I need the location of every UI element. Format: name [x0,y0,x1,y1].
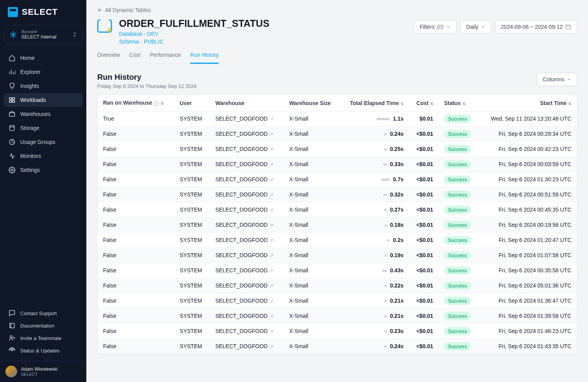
sidebar-item-insights[interactable]: Insights [4,79,82,93]
cell-warehouse[interactable]: SELECT_DOGFOOD↗ [210,157,284,172]
footer-item-status-updates[interactable]: Status & Updates [4,344,82,357]
tab-run-history[interactable]: Run History [190,52,219,64]
cell-warehouse[interactable]: SELECT_DOGFOOD↗ [210,202,284,217]
external-link-icon[interactable]: ↗ [270,314,273,319]
cell-ran: False [98,157,174,172]
tab-cost[interactable]: Cost [129,52,140,64]
granularity-button[interactable]: Daily [460,20,491,33]
external-link-icon[interactable]: ↗ [270,192,273,198]
cell-user: SYSTEM [174,339,210,354]
date-range-button[interactable]: 2024-09-06 ~ 2024-09-12 [495,20,577,33]
footer-item-contact-support[interactable]: Contact Support [4,307,82,319]
cell-warehouse[interactable]: SELECT_DOGFOOD↗ [210,172,284,187]
col-warehouse[interactable]: Warehouse [210,95,284,111]
table-row[interactable]: False SYSTEM SELECT_DOGFOOD↗ X-Small 0.2… [98,202,577,217]
footer-item-invite-a-teammate[interactable]: Invite a Teammate [4,332,82,344]
external-link-icon[interactable]: ↗ [270,298,273,304]
status-badge: Success [444,327,471,335]
external-link-icon[interactable]: ↗ [270,177,273,182]
table-row[interactable]: False SYSTEM SELECT_DOGFOOD↗ X-Small 0.2… [98,308,577,324]
cell-start: Fri, Sep 6 2024 01:30:23 UTC [479,172,577,187]
col-ran[interactable]: Ran on Warehousei⇅ [98,95,174,111]
col-user[interactable]: User [174,95,210,111]
table-row[interactable]: False SYSTEM SELECT_DOGFOOD↗ X-Small 0.1… [98,248,577,263]
table-row[interactable]: False SYSTEM SELECT_DOGFOOD↗ X-Small 0.2… [98,233,577,248]
cell-warehouse[interactable]: SELECT_DOGFOOD↗ [210,142,284,157]
tab-overview[interactable]: Overview [97,52,120,64]
cell-user: SYSTEM [174,233,210,248]
cell-warehouse[interactable]: SELECT_DOGFOOD↗ [210,217,284,233]
external-link-icon[interactable]: ↗ [270,207,273,213]
account-switcher[interactable]: Account SELECT Internal [4,25,82,44]
database-link[interactable]: Database - DEV [119,31,407,37]
table-row[interactable]: False SYSTEM SELECT_DOGFOOD↗ X-Small 0.2… [98,339,577,354]
table-row[interactable]: False SYSTEM SELECT_DOGFOOD↗ X-Small 0.7… [98,172,577,187]
sidebar-item-monitors[interactable]: Monitors [4,149,82,163]
svg-point-9 [12,350,12,351]
cell-warehouse[interactable]: SELECT_DOGFOOD↗ [210,278,284,293]
sidebar-item-explorer[interactable]: Explorer [4,65,82,79]
external-link-icon[interactable]: ↗ [270,253,273,258]
external-link-icon[interactable]: ↗ [270,283,273,289]
table-row[interactable]: False SYSTEM SELECT_DOGFOOD↗ X-Small 0.4… [98,263,577,278]
cell-warehouse[interactable]: SELECT_DOGFOOD↗ [210,187,284,202]
logo[interactable]: SELECT [0,0,86,23]
cell-start: Fri, Sep 6 2024 00:42:23 UTC [479,142,577,157]
cell-warehouse[interactable]: SELECT_DOGFOOD↗ [210,263,284,278]
table-row[interactable]: False SYSTEM SELECT_DOGFOOD↗ X-Small 0.3… [98,157,577,172]
external-link-icon[interactable]: ↗ [270,268,273,273]
external-link-icon[interactable]: ↗ [270,329,273,334]
cell-ran: False [98,339,174,354]
calendar-icon [565,24,571,30]
table-row[interactable]: True SYSTEM SELECT_DOGFOOD↗ X-Small 1.1s… [98,111,577,126]
breadcrumb[interactable]: All Dynamic Tables [97,7,577,13]
external-link-icon[interactable]: ↗ [270,344,273,349]
section-subtitle: Friday Sep 6 2024 to Thursday Sep 12 202… [97,83,197,89]
sidebar-item-usage-groups[interactable]: Usage Groups [4,135,82,149]
footer-item-documentation[interactable]: Documentation [4,319,82,332]
cell-warehouse[interactable]: SELECT_DOGFOOD↗ [210,233,284,248]
sidebar-item-settings[interactable]: Settings [4,163,82,177]
status-badge: Success [444,312,471,320]
sidebar-item-warehouses[interactable]: Warehouses [4,107,82,121]
table-row[interactable]: False SYSTEM SELECT_DOGFOOD↗ X-Small 0.2… [98,324,577,339]
cell-warehouse[interactable]: SELECT_DOGFOOD↗ [210,339,284,354]
external-link-icon[interactable]: ↗ [270,162,273,167]
table-row[interactable]: False SYSTEM SELECT_DOGFOOD↗ X-Small 0.2… [98,142,577,157]
sidebar-item-workloads[interactable]: Workloads [4,93,82,107]
table-row[interactable]: False SYSTEM SELECT_DOGFOOD↗ X-Small 0.1… [98,217,577,233]
external-link-icon[interactable]: ↗ [270,131,273,137]
columns-button[interactable]: Columns [537,73,577,86]
cell-size: X-Small [284,157,340,172]
docs-icon [9,322,16,329]
col-status[interactable]: Status⇅ [439,95,479,111]
cell-ran: False [98,293,174,308]
filters-button[interactable]: Filters (0) [414,20,456,33]
cell-cost: <$0.01 [409,324,439,339]
cell-warehouse[interactable]: SELECT_DOGFOOD↗ [210,308,284,324]
schema-link[interactable]: Schema - PUBLIC [119,39,407,45]
table-row[interactable]: False SYSTEM SELECT_DOGFOOD↗ X-Small 0.2… [98,126,577,142]
tab-performance[interactable]: Performance [150,52,181,64]
cell-warehouse[interactable]: SELECT_DOGFOOD↗ [210,111,284,126]
cell-warehouse[interactable]: SELECT_DOGFOOD↗ [210,126,284,142]
cell-warehouse[interactable]: SELECT_DOGFOOD↗ [210,324,284,339]
external-link-icon[interactable]: ↗ [270,223,273,228]
user-menu[interactable]: Adam Wisniewski SELECT [0,361,86,382]
col-cost[interactable]: Cost⇅ [409,95,439,111]
cell-warehouse[interactable]: SELECT_DOGFOOD↗ [210,248,284,263]
col-size[interactable]: Warehouse Size [284,95,340,111]
cell-size: X-Small [284,278,340,293]
sidebar-item-storage[interactable]: Storage [4,121,82,135]
col-start[interactable]: Start Time⇅ [479,95,577,111]
table-row[interactable]: False SYSTEM SELECT_DOGFOOD↗ X-Small 0.2… [98,278,577,293]
table-row[interactable]: False SYSTEM SELECT_DOGFOOD↗ X-Small 0.2… [98,293,577,308]
table-row[interactable]: False SYSTEM SELECT_DOGFOOD↗ X-Small 0.3… [98,187,577,202]
cell-user: SYSTEM [174,324,210,339]
external-link-icon[interactable]: ↗ [270,238,273,243]
external-link-icon[interactable]: ↗ [270,116,273,122]
sidebar-item-home[interactable]: Home [4,51,82,65]
cell-warehouse[interactable]: SELECT_DOGFOOD↗ [210,293,284,308]
external-link-icon[interactable]: ↗ [270,147,273,152]
col-elapsed[interactable]: Total Elapsed Time⇅ [340,95,409,111]
